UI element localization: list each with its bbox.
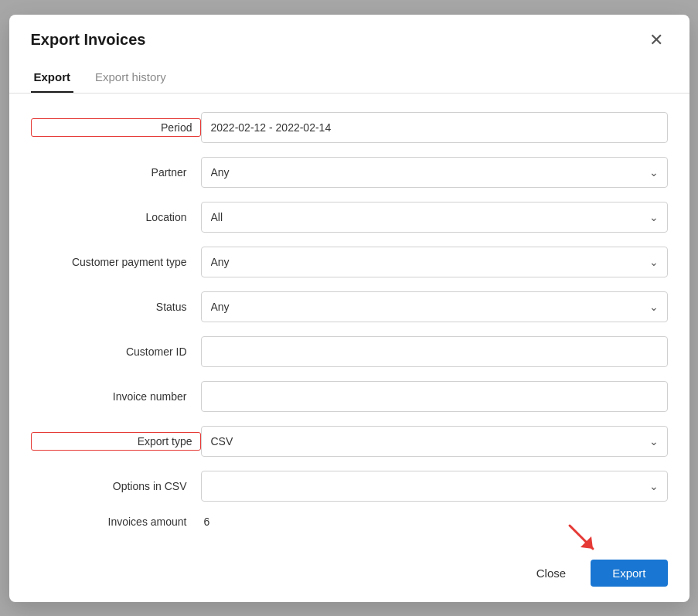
- options-in-csv-row: Options in CSV ⌄: [31, 471, 668, 502]
- partner-label: Partner: [31, 166, 201, 179]
- export-type-select[interactable]: CSV: [201, 426, 668, 457]
- location-select-wrapper: All ⌄: [201, 202, 668, 233]
- status-select[interactable]: Any: [201, 291, 668, 322]
- options-in-csv-select-wrapper: ⌄: [201, 471, 668, 502]
- export-type-select-wrapper: CSV ⌄: [201, 426, 668, 457]
- modal-footer: Close Export: [9, 547, 689, 602]
- customer-payment-type-select-wrapper: Any ⌄: [201, 247, 668, 277]
- invoice-number-row: Invoice number: [31, 381, 668, 412]
- modal-title: Export Invoices: [31, 31, 146, 49]
- modal-body: Period Partner Any ⌄ Location All: [9, 94, 689, 547]
- partner-select[interactable]: Any: [201, 157, 668, 188]
- export-type-row: Export type CSV ⌄: [31, 426, 668, 457]
- status-label: Status: [31, 301, 201, 313]
- customer-payment-type-row: Customer payment type Any ⌄: [31, 247, 668, 277]
- modal-overlay: Export Invoices ✕ Export Export history …: [0, 0, 698, 616]
- close-button[interactable]: Close: [521, 560, 581, 586]
- location-label: Location: [31, 211, 201, 223]
- options-in-csv-label: Options in CSV: [31, 480, 201, 492]
- partner-select-wrapper: Any ⌄: [201, 157, 668, 188]
- modal-tabs: Export Export history: [9, 63, 689, 94]
- partner-row: Partner Any ⌄: [31, 157, 668, 188]
- tab-export[interactable]: Export: [31, 63, 74, 93]
- invoices-amount-row: Invoices amount 6: [31, 516, 668, 528]
- invoice-number-label: Invoice number: [31, 390, 201, 403]
- status-select-wrapper: Any ⌄: [201, 291, 668, 322]
- options-in-csv-select[interactable]: [201, 471, 668, 502]
- tab-export-history[interactable]: Export history: [92, 63, 169, 93]
- invoices-amount-label: Invoices amount: [31, 516, 201, 528]
- invoice-number-input[interactable]: [201, 381, 668, 412]
- customer-payment-type-select[interactable]: Any: [201, 247, 668, 277]
- customer-id-label: Customer ID: [31, 345, 201, 358]
- customer-id-row: Customer ID: [31, 336, 668, 367]
- invoices-amount-value: 6: [201, 516, 210, 528]
- export-button[interactable]: Export: [591, 560, 667, 587]
- location-row: Location All ⌄: [31, 202, 668, 233]
- location-select[interactable]: All: [201, 202, 668, 233]
- customer-id-input[interactable]: [201, 336, 668, 367]
- close-icon-button[interactable]: ✕: [645, 30, 668, 50]
- status-row: Status Any ⌄: [31, 291, 668, 322]
- period-input[interactable]: [201, 112, 668, 143]
- export-invoices-modal: Export Invoices ✕ Export Export history …: [9, 15, 689, 602]
- customer-payment-type-label: Customer payment type: [31, 256, 201, 268]
- period-label: Period: [31, 118, 201, 137]
- modal-header: Export Invoices ✕: [9, 15, 689, 50]
- period-row: Period: [31, 112, 668, 143]
- export-type-label: Export type: [31, 432, 201, 451]
